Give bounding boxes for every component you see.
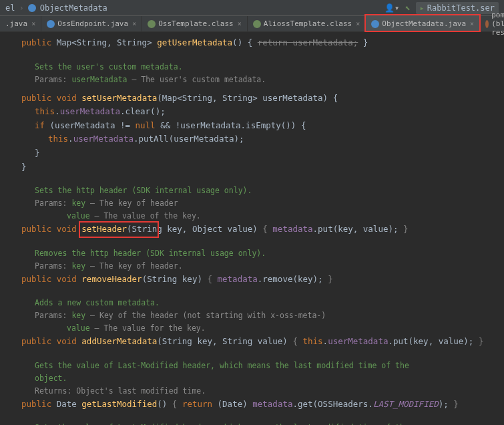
code-line: } <box>8 160 496 174</box>
javadoc: Sets the value of Last-Modified header, … <box>8 422 496 425</box>
breadcrumb: el › ObjectMetadata <box>5 3 385 13</box>
javadoc: value – The value of the key. <box>8 210 496 223</box>
close-icon[interactable]: × <box>356 20 360 27</box>
tab-pomxml[interactable]: pom.xml (blade-resource)× <box>480 16 504 31</box>
javadoc: Adds a new custom metadata. <box>8 297 496 309</box>
class-icon <box>28 4 36 12</box>
javadoc: Params: userMetadata – The user's custom… <box>8 74 496 86</box>
tab-osstemplate[interactable]: OssTemplate.class× <box>142 16 248 31</box>
class-icon <box>148 20 156 28</box>
javadoc: Params: key – The key of header. <box>8 260 496 273</box>
code-line: public void setHeader(String key, Object… <box>8 223 496 237</box>
tab-aliosstemplate[interactable]: AliossTemplate.class× <box>248 16 366 31</box>
toolbar-right: 👤▾ ⬉ ▸ RabbitTest.ser <box>385 2 499 14</box>
code-line: if (userMetadata != null && !userMetadat… <box>8 119 496 133</box>
javadoc: Gets the value of Last-Modified header, … <box>8 360 496 372</box>
close-icon[interactable]: × <box>470 20 474 27</box>
tab-ossendpoint[interactable]: OssEndpoint.java× <box>41 16 142 31</box>
javadoc: Params: key – Key of the header (not sta… <box>8 309 496 322</box>
user-icon[interactable]: 👤▾ <box>385 3 399 13</box>
run-config[interactable]: ▸ RabbitTest.ser <box>416 2 499 14</box>
close-icon[interactable]: × <box>238 20 242 27</box>
class-icon <box>47 20 55 28</box>
tab-java[interactable]: .java× <box>0 16 41 31</box>
class-icon <box>253 20 261 28</box>
maven-icon <box>485 20 489 28</box>
code-line: this.userMetadata.putAll(userMetadata); <box>8 132 496 146</box>
code-editor[interactable]: public Map<String, String> getUserMetada… <box>0 32 504 425</box>
code-line: } <box>8 146 496 160</box>
code-line: public Date getLastModified() { return (… <box>8 398 496 412</box>
close-icon[interactable]: × <box>31 20 35 27</box>
tabbar: .java× OssEndpoint.java× OssTemplate.cla… <box>0 16 504 32</box>
close-icon[interactable]: × <box>132 20 136 27</box>
code-line: public void setUserMetadata(Map<String, … <box>8 92 496 106</box>
javadoc: value – The value for the key. <box>8 322 496 335</box>
javadoc: Removes the http header (SDK internal us… <box>8 247 496 260</box>
breadcrumb-segment[interactable]: el <box>5 3 15 13</box>
javadoc: Returns: Object's last modified time. <box>8 385 496 398</box>
javadoc: Sets the user's custom metadata. <box>8 61 496 74</box>
javadoc: Sets the http header (SDK internal usage… <box>8 184 496 197</box>
build-icon[interactable]: ⬉ <box>405 3 410 13</box>
code-line: this.userMetadata.clear(); <box>8 105 496 119</box>
javadoc: Params: key – The key of header <box>8 197 496 210</box>
titlebar: el › ObjectMetadata 👤▾ ⬉ ▸ RabbitTest.se… <box>0 0 504 16</box>
code-line: public void removeHeader(String key) { m… <box>8 273 496 287</box>
code-line: public Map<String, String> getUserMetada… <box>8 36 496 50</box>
class-icon <box>371 20 379 28</box>
javadoc: object. <box>8 372 496 385</box>
code-line: public void addUserMetadata(String key, … <box>8 335 496 349</box>
tab-objectmetadata[interactable]: ObjectMetadata.java× <box>366 16 480 31</box>
breadcrumb-file[interactable]: ObjectMetadata <box>40 3 107 13</box>
